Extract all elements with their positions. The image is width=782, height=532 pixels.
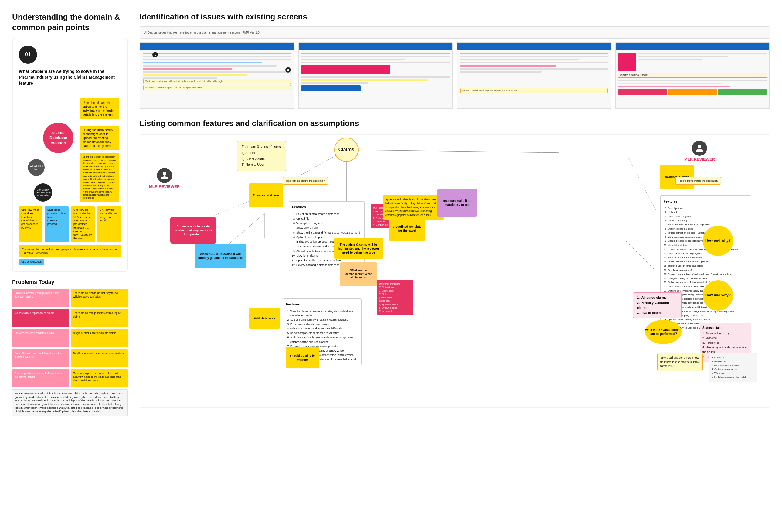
- sub-node: Both Country Sales team uses to access l…: [34, 183, 52, 202]
- sticky-note-2: During the initial setup, client might w…: [79, 126, 119, 150]
- problem-card-9: Tool support of monitoring PMI standards…: [12, 369, 69, 387]
- screen-1: Tactic: We need to have with switch item…: [140, 42, 294, 109]
- screen-3: We are now able to the page but the clai…: [457, 42, 611, 109]
- user-icon-left: [160, 171, 169, 180]
- right-column: Identification of issues with existing s…: [140, 12, 770, 520]
- right-bottom-title: Listing common features and clarificatio…: [140, 119, 770, 128]
- diagram-area: claims Database creation User should hav…: [19, 92, 121, 202]
- problems-grid: Products matching wrong claims in the de…: [12, 289, 128, 416]
- problem-card-6: Single central place to validate claims: [71, 329, 128, 347]
- problems-section: Problems Today Products matching wrong c…: [12, 279, 128, 416]
- screens-label: UI Design issues that we have today in o…: [144, 31, 259, 34]
- create-database-node: Create database: [249, 183, 283, 207]
- screen-4: NSTAMP PMC REGULATOR: [615, 42, 770, 109]
- admin-note: Admin is able to create product and map …: [170, 216, 216, 244]
- diagram-question: What problem are we trying to solve in t…: [19, 69, 121, 86]
- problem-card-4: There are no categorization or tracking …: [71, 309, 128, 327]
- validated-results-box: 1. Validated claims 2. Partially validat…: [633, 292, 681, 318]
- central-node: claims Database creation: [43, 123, 73, 153]
- screen-2: [298, 42, 453, 109]
- flow-container: There are 3 types of users: 1) Admin 2) …: [140, 134, 770, 407]
- bottom-stickies: UK: How much time does it take for a cla…: [19, 207, 121, 242]
- problem-card-7: Same Claims shown in different format in…: [12, 349, 69, 367]
- circle-01: 01: [19, 45, 37, 64]
- screen-1-annotation-2: 2: [285, 67, 291, 73]
- sticky-note-1: User should have the option to enter the…: [79, 98, 119, 119]
- right-top: Identification of issues with existing s…: [140, 12, 770, 109]
- free-move-right: Free to move around the application: [675, 177, 721, 185]
- bottom-sticky-3: UK: How do we handle the XLS upload, do …: [71, 207, 95, 242]
- user-avatar-right: MLR REVIEWER: [684, 141, 715, 162]
- bottom-sticky-1: UK: How much time does it take for a cla…: [19, 207, 42, 242]
- diff-parameters-sticky: Different parameters: 1) Claims tags 2) …: [377, 280, 413, 315]
- right-bottom: Listing common features and clarificatio…: [140, 119, 770, 407]
- problem-card-11: MLR Reviewer spend a lot of time in auth…: [12, 389, 128, 416]
- left-column: Understanding the domain & common pain p…: [12, 12, 128, 520]
- claims-grouped: Claims can be grouped into sub groups su…: [19, 245, 121, 257]
- xls-note: when XLS is uploaded it will directly go…: [194, 244, 246, 268]
- screens-row: Tactic: We need to have with switch item…: [140, 42, 770, 109]
- how-why-bubble-1: How and why?: [703, 225, 733, 256]
- we-will-circle: We will do it last: [28, 159, 45, 176]
- user-types-box: There are 3 types of users: 1) Admin 2) …: [237, 141, 286, 171]
- problem-card-3: No centralized repository of claims: [12, 309, 69, 327]
- what-actions-bubble: what work? what actions can be performed…: [645, 320, 681, 344]
- uk-note: UK: Lets discuss: [19, 259, 121, 265]
- problem-card-10: To view complete history of a claim and …: [71, 369, 128, 387]
- should-be-node: should be able to change: [286, 347, 319, 368]
- problem-card-5: Single view of the validated claims: [12, 329, 69, 347]
- problem-card-8: No different validated claims across mar…: [71, 349, 128, 367]
- user-avatar-left: MLR REVIEWER: [149, 168, 180, 189]
- diagram-box: 01 What problem are we trying to solve i…: [12, 39, 128, 272]
- screens-label-bar: UI Design issues that we have today in o…: [140, 27, 770, 39]
- screen-3-annotation: We are now able to the page but the clai…: [460, 88, 608, 93]
- claims-central: Claims: [334, 138, 358, 162]
- left-title: Understanding the domain & common pain p…: [12, 12, 128, 33]
- what-components-node: What are the components ? What edit feat…: [340, 262, 377, 286]
- user-can-node: user can make it as mandatory or opt: [437, 189, 477, 216]
- annotation-bubble-1: Tactic: We need to have with switch item…: [143, 79, 291, 84]
- right-reviewer-label: MLR REVIEWER: [684, 157, 715, 162]
- free-move-left: Free to move around the application: [283, 177, 328, 185]
- problem-card-1: Products matching wrong claims in the de…: [12, 289, 69, 307]
- right-top-title: Identification of issues with existing s…: [140, 12, 770, 22]
- extra-list-box: a. Claims list b. References c. Mandator…: [709, 353, 757, 382]
- screen-4-label: NSTAMP PMC REGULATOR: [618, 73, 767, 78]
- system-identify-box: System should identify should be able to…: [383, 195, 443, 219]
- screen-1-annotation: 1: [152, 52, 158, 58]
- svg-line-8: [626, 153, 656, 210]
- claims-comp-note: The claims & comp will be highlighted an…: [334, 238, 383, 259]
- annotation-bubble-2: We need to define the type of product th…: [143, 85, 291, 90]
- problems-title: Problems Today: [12, 279, 128, 285]
- bottom-sticky-2: Each page processing is a time consuming…: [45, 207, 69, 242]
- predefined-template: predefined template for the excel: [389, 216, 425, 241]
- features-create-box: Features Select product to create a data…: [289, 201, 365, 271]
- call-store-box: Take a call and store it as a new claims…: [657, 353, 703, 371]
- how-why-bubble-2: How and why?: [703, 280, 733, 311]
- left-reviewer-label: MLR REVIEWER: [149, 184, 180, 189]
- svg-line-2: [346, 150, 559, 153]
- main-container: Understanding the domain & common pain p…: [0, 0, 782, 532]
- svg-line-9: [626, 241, 656, 271]
- bottom-sticky-4: UK: How do we handle the images on excel…: [97, 207, 121, 242]
- problem-card-2: There are no standards that they follow …: [71, 289, 128, 307]
- edit-database-node: Edit database: [249, 308, 280, 329]
- sticky-note-3: Client might want to add batch to master…: [79, 153, 119, 202]
- user-icon-right: [695, 144, 704, 153]
